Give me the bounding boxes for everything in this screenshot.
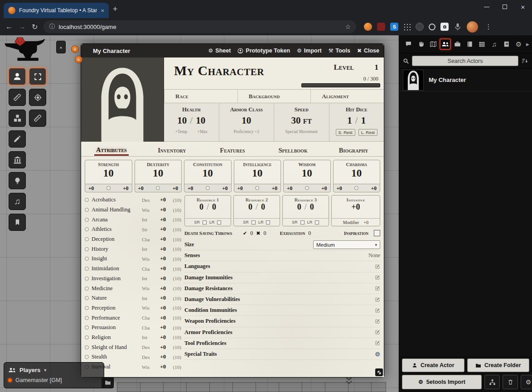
skill-proficiency-radio[interactable]	[85, 247, 89, 251]
forward-button[interactable]: →	[19, 23, 26, 31]
hd-max[interactable]: 1	[361, 115, 366, 126]
edit-icon[interactable]	[375, 264, 380, 269]
tab-playlists[interactable]: ♫	[488, 38, 500, 50]
skill-name[interactable]: Medicine	[92, 285, 139, 292]
players-header[interactable]: Players ▾	[8, 365, 100, 375]
tool-lighting-button[interactable]	[9, 172, 26, 189]
resource-block[interactable]: Resource 2 0/0 SR LR	[233, 195, 280, 226]
skill-name[interactable]: Investigation	[92, 275, 139, 282]
sheet-tab[interactable]: Biography	[323, 144, 384, 156]
import-button[interactable]: ⚙ Import	[297, 48, 322, 54]
delete-button[interactable]	[503, 375, 518, 389]
skill-row[interactable]: Perception Wis +0 (10)	[85, 303, 181, 313]
xp-value[interactable]: 0 / 300	[363, 76, 378, 82]
tab-scenes[interactable]	[427, 38, 439, 50]
ability-modifier[interactable]: +0	[237, 186, 243, 191]
save-proficiency-radio[interactable]	[305, 186, 309, 190]
hd-value[interactable]: 1	[347, 115, 352, 126]
tab-rolltables[interactable]	[476, 38, 488, 50]
skill-row[interactable]: Acrobatics Dex +0 (10)	[85, 195, 181, 205]
resource-max[interactable]: 0	[261, 202, 265, 212]
game-canvas[interactable]: ▲ ♫	[0, 35, 532, 392]
reload-button[interactable]: ↻	[32, 23, 38, 31]
player-row[interactable]: Gamemaster [GM]	[8, 375, 100, 386]
skill-proficiency-radio[interactable]	[85, 325, 89, 330]
ability-save[interactable]: +0	[173, 186, 178, 191]
skill-name[interactable]: Deception	[92, 236, 139, 243]
skill-name[interactable]: History	[92, 246, 139, 253]
skill-name[interactable]: Animal Handling	[92, 206, 139, 213]
skill-name[interactable]: Sleight of Hand	[92, 344, 139, 351]
edit-icon[interactable]	[375, 308, 380, 313]
skill-row[interactable]: Animal Handling Wis +0 (10)	[85, 205, 181, 215]
close-sheet-button[interactable]: ✖ Close	[357, 48, 379, 54]
edit-icon[interactable]	[375, 319, 380, 324]
extension-icon[interactable]	[377, 23, 385, 31]
character-portrait[interactable]	[81, 57, 164, 142]
death-success-icon[interactable]: ✔	[243, 230, 247, 236]
window-header[interactable]: My Character ⚙ Sheet Prototype Token ⚙ I…	[81, 44, 384, 57]
foundry-logo[interactable]	[4, 37, 51, 65]
sheet-tab[interactable]: Spellbook	[263, 144, 324, 156]
edit-icon[interactable]	[375, 286, 380, 291]
extension-icon[interactable]: S	[390, 23, 398, 31]
skill-row[interactable]: Investigation Int +0 (10)	[85, 274, 181, 284]
skill-name[interactable]: Athletics	[92, 226, 139, 233]
tools-button[interactable]: ⚒ Tools	[329, 48, 350, 54]
speed-value[interactable]: 30 ft	[291, 115, 312, 126]
skill-proficiency-radio[interactable]	[85, 306, 89, 310]
tab-items[interactable]	[452, 38, 463, 50]
module-badge-icon[interactable]: ≡	[71, 45, 79, 53]
tool-notes-button[interactable]	[9, 214, 26, 231]
skill-row[interactable]: Insight Wis +0 (10)	[85, 254, 181, 264]
save-proficiency-radio[interactable]	[156, 186, 160, 190]
module-badge-icon[interactable]: ≡	[75, 56, 82, 63]
sheet-config-button[interactable]: ⚙ Sheet	[208, 48, 231, 54]
save-proficiency-radio[interactable]	[255, 186, 259, 190]
hotbar-collapse-icon[interactable]	[345, 377, 353, 387]
sidebar-collapse-icon[interactable]: ▶	[526, 42, 529, 47]
skill-proficiency-radio[interactable]	[85, 218, 89, 222]
microphone-extension-icon[interactable]	[454, 23, 462, 31]
short-rest-button[interactable]: S. Rest	[336, 129, 355, 136]
skill-row[interactable]: History Int +0 (10)	[85, 244, 181, 254]
browser-tab[interactable]: Foundry Virtual Tabletop • A Stan ×	[4, 3, 109, 18]
skill-name[interactable]: Arcana	[92, 216, 139, 223]
skill-proficiency-radio[interactable]	[85, 277, 89, 281]
skill-name[interactable]: Nature	[92, 295, 139, 301]
config-gear-icon[interactable]: ⚙	[375, 351, 380, 358]
tool-token-button[interactable]	[9, 68, 26, 85]
sheet-tab[interactable]: Inventory	[142, 144, 203, 156]
create-actor-button[interactable]: Create Actor	[402, 359, 464, 372]
hp-max[interactable]: 10	[196, 115, 205, 126]
detail-field[interactable]: Race	[164, 90, 237, 103]
initiative-block[interactable]: Initiative +0 Modifier+0	[331, 195, 380, 226]
skill-name[interactable]: Acrobatics	[92, 196, 139, 203]
short-rest-checkbox[interactable]	[300, 220, 305, 225]
skill-proficiency-radio[interactable]	[85, 355, 89, 359]
inspiration-checkbox[interactable]	[374, 230, 380, 236]
edit-icon[interactable]	[375, 275, 380, 280]
resource-block[interactable]: Resource 1 0/0 SR LR	[184, 195, 231, 226]
exhaustion-value[interactable]: 0	[308, 230, 311, 237]
site-info-icon[interactable]: ⓘ	[49, 23, 55, 31]
ability-block[interactable]: Wisdom 10 +0 +0	[283, 160, 331, 192]
navigation-collapse-button[interactable]: ▲	[56, 41, 66, 53]
detail-field[interactable]: Background	[237, 90, 311, 103]
ability-score[interactable]: 10	[234, 167, 281, 184]
tab-journal[interactable]	[464, 38, 475, 50]
extension-icon[interactable]	[416, 23, 424, 31]
back-button[interactable]: ←	[5, 23, 13, 31]
skill-row[interactable]: Sleight of Hand Dex +0 (10)	[85, 342, 181, 352]
skill-proficiency-radio[interactable]	[85, 287, 89, 291]
save-proficiency-radio[interactable]	[354, 186, 358, 190]
long-rest-checkbox[interactable]	[315, 220, 319, 225]
ability-save[interactable]: +0	[222, 186, 227, 191]
skill-proficiency-radio[interactable]	[85, 257, 89, 261]
ability-score[interactable]: 10	[284, 167, 330, 184]
search-input[interactable]	[412, 56, 518, 66]
prototype-token-button[interactable]: Prototype Token	[237, 48, 290, 54]
skill-proficiency-radio[interactable]	[85, 316, 89, 320]
close-window-button[interactable]: ×	[514, 0, 532, 14]
skill-proficiency-radio[interactable]	[85, 296, 89, 300]
